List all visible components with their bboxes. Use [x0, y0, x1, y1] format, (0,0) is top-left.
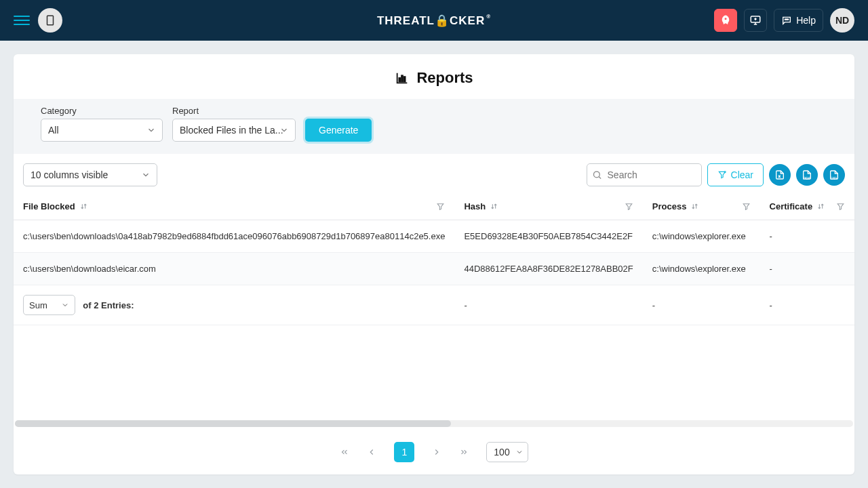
- brand-logo: THREATL🔒CKER®: [377, 14, 491, 28]
- chat-icon: [781, 15, 792, 26]
- sort-icon: [490, 202, 498, 211]
- entries-text: of 2 Entries:: [83, 300, 134, 310]
- category-value: All: [41, 119, 163, 142]
- table-row[interactable]: c:\users\ben\downloads\eicar.com 44D8861…: [14, 253, 854, 285]
- present-button[interactable]: [744, 9, 767, 32]
- filter-icon[interactable]: [836, 202, 845, 211]
- building-icon: [44, 14, 56, 26]
- page-title: Reports: [416, 69, 473, 87]
- footer-certificate: -: [760, 285, 854, 325]
- filter-icon[interactable]: [436, 202, 445, 211]
- svg-rect-13: [402, 75, 403, 81]
- cell-hash: 44D88612FEA8A8F36DE82E1278ABB02F: [454, 253, 642, 285]
- cell-file: c:\users\ben\downloads\0a418ab7982b9ed68…: [14, 220, 454, 253]
- generate-button[interactable]: Generate: [305, 119, 372, 142]
- chevron-down-icon: [61, 301, 69, 309]
- cell-file: c:\users\ben\downloads\eicar.com: [14, 253, 454, 285]
- col-certificate[interactable]: Certificate: [760, 193, 854, 220]
- table-scroll[interactable]: File Blocked Hash Process: [14, 193, 854, 325]
- cell-process: c:\windows\explorer.exe: [643, 220, 760, 253]
- page-title-row: Reports: [14, 54, 854, 99]
- file-excel-icon: [774, 169, 785, 180]
- table-footer-row: Sum of 2 Entries: - - -: [14, 285, 854, 325]
- page-size-select[interactable]: 100: [486, 442, 528, 462]
- funnel-clear-icon: [717, 170, 727, 180]
- table-row[interactable]: c:\users\ben\downloads\0a418ab7982b9ed68…: [14, 220, 854, 253]
- report-select[interactable]: Blocked Files in the La...: [172, 119, 296, 142]
- cell-certificate: -: [760, 220, 854, 253]
- export-excel-button[interactable]: [769, 164, 791, 186]
- col-process[interactable]: Process: [643, 193, 760, 220]
- report-value: Blocked Files in the La...: [172, 119, 296, 142]
- report-label: Report: [172, 106, 296, 116]
- help-label: Help: [796, 15, 816, 26]
- footer-hash: -: [454, 285, 642, 325]
- svg-point-7: [725, 18, 727, 20]
- aggregate-select[interactable]: Sum: [23, 295, 75, 315]
- sort-icon: [79, 202, 88, 211]
- org-switcher[interactable]: [38, 8, 62, 33]
- category-field: Category All: [41, 106, 163, 142]
- chevron-down-icon: [515, 448, 524, 456]
- table-toolbar-right: Clear PDF CSV: [587, 163, 845, 186]
- filter-icon[interactable]: [742, 202, 751, 211]
- export-csv-button[interactable]: CSV: [823, 164, 845, 186]
- report-field: Report Blocked Files in the La...: [172, 106, 296, 142]
- chevron-left-icon: [367, 447, 376, 457]
- horizontal-scrollbar[interactable]: [15, 420, 853, 427]
- screen-icon: [749, 14, 762, 26]
- topbar-left: [14, 8, 62, 33]
- page-next[interactable]: [432, 447, 441, 457]
- sort-icon: [690, 202, 699, 211]
- table-toolbar: 10 columns visible Clear PDF: [14, 154, 854, 193]
- page-first[interactable]: [340, 447, 349, 457]
- chevrons-right-icon: [459, 447, 469, 457]
- export-pdf-button[interactable]: PDF: [796, 164, 818, 186]
- cell-hash: E5ED69328E4B30F50AEB7854C3442E2F: [454, 220, 642, 253]
- pagination: 1 100: [14, 432, 854, 469]
- sort-icon: [816, 202, 825, 211]
- user-avatar[interactable]: ND: [830, 8, 854, 33]
- rocket-icon: [719, 14, 732, 26]
- page-last[interactable]: [459, 447, 469, 457]
- search-input[interactable]: [587, 163, 702, 186]
- quick-actions-button[interactable]: [714, 9, 737, 32]
- clear-label: Clear: [731, 169, 753, 180]
- svg-point-15: [593, 171, 599, 178]
- svg-rect-0: [47, 16, 54, 25]
- svg-line-16: [599, 177, 601, 179]
- help-button[interactable]: Help: [774, 9, 823, 32]
- svg-point-10: [787, 19, 787, 20]
- svg-rect-14: [404, 77, 406, 81]
- filter-icon[interactable]: [625, 202, 633, 211]
- menu-toggle[interactable]: [14, 12, 30, 28]
- cell-process: c:\windows\explorer.exe: [643, 253, 760, 285]
- search-wrap: [587, 163, 702, 186]
- svg-point-9: [785, 19, 786, 20]
- columns-visible-select[interactable]: 10 columns visible: [23, 163, 157, 186]
- col-hash[interactable]: Hash: [454, 193, 642, 220]
- topbar-right: Help ND: [714, 8, 854, 33]
- col-file[interactable]: File Blocked: [14, 193, 454, 220]
- columns-visible-value: 10 columns visible: [23, 163, 157, 186]
- svg-rect-12: [399, 78, 401, 82]
- page-current[interactable]: 1: [394, 442, 414, 462]
- results-table: File Blocked Hash Process: [14, 193, 854, 325]
- clear-filters-button[interactable]: Clear: [707, 163, 764, 186]
- footer-process: -: [643, 285, 760, 325]
- topbar: THREATL🔒CKER® Help ND: [0, 0, 868, 41]
- search-icon: [592, 170, 602, 180]
- page-prev[interactable]: [367, 447, 376, 457]
- chart-icon: [395, 70, 410, 85]
- filters-row: Category All Report Blocked Files in the…: [14, 99, 854, 154]
- category-select[interactable]: All: [41, 119, 163, 142]
- cell-certificate: -: [760, 253, 854, 285]
- page: Reports Category All Report Blocked File…: [0, 41, 868, 488]
- chevron-right-icon: [432, 447, 441, 457]
- chevrons-left-icon: [340, 447, 349, 457]
- category-label: Category: [41, 106, 163, 116]
- reports-card: Reports Category All Report Blocked File…: [14, 54, 854, 474]
- svg-point-11: [788, 19, 789, 20]
